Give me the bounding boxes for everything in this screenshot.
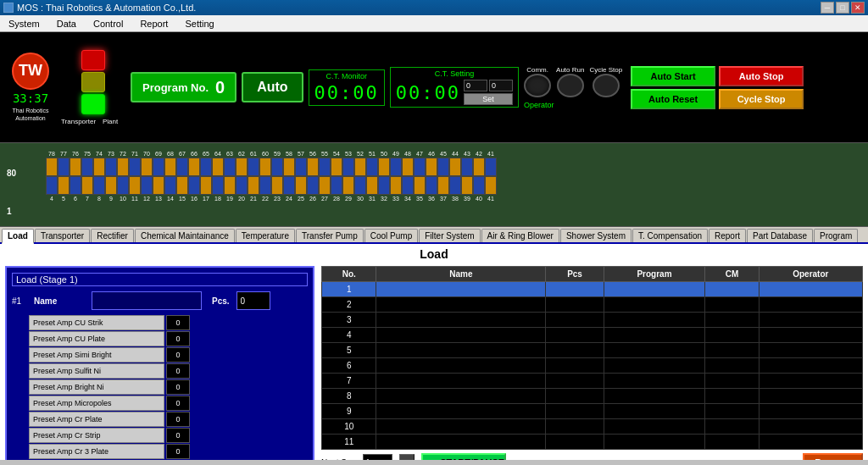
menu-item-setting[interactable]: Setting [176,15,222,31]
tab-transporter[interactable]: Transporter [35,229,90,242]
comm-label: Comm. [526,66,548,74]
menu-item-data[interactable]: Data [48,15,85,31]
row-cell [604,419,705,435]
close-button[interactable]: ✕ [851,2,865,14]
ct-val1-input[interactable] [464,80,487,91]
row-cell [705,297,759,313]
tab-report[interactable]: Report [709,229,746,242]
table-row[interactable]: 9 [322,404,863,419]
row-cell [604,358,705,374]
row-name [376,313,546,328]
preset-row-6: Preset Amp Cr Plate0 [29,412,308,427]
belt-cell-top [93,158,105,176]
belt-cell-top [259,158,271,176]
belt-cell-top [188,158,200,176]
belt-cell-bottom [485,176,497,195]
belt-cell-bottom [295,176,307,195]
tab-filter-system[interactable]: Filter System [419,229,480,242]
start-pause-button[interactable]: START/PAUSE [421,453,506,460]
auto-start-button[interactable]: Auto Start [631,66,715,86]
belt-cell-bottom [188,176,200,195]
row-no: 4 [322,328,376,343]
row-cell [705,389,759,404]
tab-transfer-pump[interactable]: Transfer Pump [296,229,364,242]
belt-cell-bottom [473,176,485,195]
belt-cell-bottom [437,176,449,195]
next-seq-up[interactable]: ▲ [399,454,415,460]
belt-cell-bottom [46,176,58,195]
row-cell [759,313,862,328]
belt-cell-bottom [283,176,295,195]
tab-program[interactable]: Program [814,229,858,242]
ct-set-button[interactable]: Set [464,93,513,105]
table-row[interactable]: 2 [322,297,863,313]
table-row[interactable]: 3 [322,313,863,328]
row-cell [705,404,759,419]
auto-stop-button[interactable]: Auto Stop [719,66,804,86]
preset-name-0: Preset Amp CU Strik [29,315,164,330]
ct-val2-input[interactable] [489,80,513,91]
menu-item-system[interactable]: System [0,15,48,31]
minimize-button[interactable]: ─ [821,2,834,14]
belt-cell-top [271,158,283,176]
tab-shower-system[interactable]: Shower System [560,229,632,242]
row-cell [759,419,862,435]
belt-cell-bottom [93,176,105,195]
tab-part-database[interactable]: Part Database [747,229,813,242]
main-content: Load Load (Stage 1) #1 Name Pcs. Preset … [0,244,868,460]
belt-cell-bottom [236,176,248,195]
belt-cell-top [212,158,224,176]
auto-display: Auto [242,72,303,102]
tab-rectifier[interactable]: Rectifier [91,229,134,242]
row-cell [546,404,604,419]
tab-t.-compensation[interactable]: T. Compensation [632,229,708,242]
tab-temperature[interactable]: Temperature [236,229,295,242]
row-name [376,328,546,343]
ct-monitor-display: 00:00 [314,82,379,103]
pcs-input[interactable] [236,291,270,310]
maximize-button[interactable]: □ [836,2,849,14]
menu-item-report[interactable]: Report [131,15,176,31]
tab-load[interactable]: Load [2,229,34,244]
belt-cell-bottom [200,176,212,195]
next-seq-input[interactable] [363,454,392,460]
belt-cell-bottom [271,176,283,195]
belt-cell-top [176,158,188,176]
belt-cell-bottom [212,176,224,195]
preset-name-2: Preset Amp Simi Bright [29,347,164,363]
table-row[interactable]: 1 [322,282,863,297]
row-no: 11 [322,435,376,450]
row-cell [546,358,604,374]
belt-cell-bottom [164,176,176,195]
menu-item-control[interactable]: Control [85,15,131,31]
table-row[interactable]: 11 [322,435,863,450]
row-cell [705,328,759,343]
load-layout: Load (Stage 1) #1 Name Pcs. Preset Amp C… [5,266,863,460]
table-row[interactable]: 10 [322,419,863,435]
col-header-program: Program [604,267,705,282]
belt-cell-bottom [248,176,259,195]
col-header-cm: CM [705,267,759,282]
table-row[interactable]: 8 [322,389,863,404]
tab-chemical-maintainance[interactable]: Chemical Maintainance [135,229,235,242]
transporter-label: Transporter [61,118,92,125]
cycle-stop-led [593,74,620,97]
remove-button[interactable]: Remove [803,453,863,460]
auto-reset-button[interactable]: Auto Reset [631,89,715,109]
tab-cool-pump[interactable]: Cool Pump [364,229,418,242]
table-row[interactable]: 4 [322,328,863,343]
belt-cell-top [141,158,153,176]
row-cell [604,374,705,389]
belt-cell-bottom [224,176,236,195]
belt-cell-top [164,158,176,176]
table-row[interactable]: 5 [322,343,863,358]
row-cell [546,297,604,313]
belt-cell-top [105,158,117,176]
table-row[interactable]: 6 [322,358,863,374]
name-input[interactable] [92,291,202,310]
cycle-stop-button[interactable]: Cycle Stop [719,89,804,109]
preset-name-5: Preset Amp Micropoles [29,396,164,411]
tab-air-&-ring-blower[interactable]: Air & Ring Blower [481,229,559,242]
table-row[interactable]: 7 [322,374,863,389]
status-section: Comm. Auto Run Cycle Stop Operator [524,66,622,109]
